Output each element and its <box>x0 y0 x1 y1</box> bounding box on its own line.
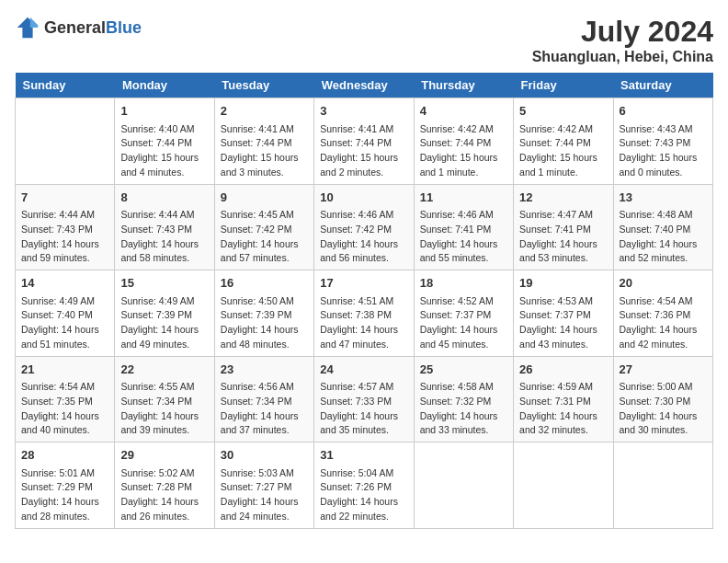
calendar-cell: 3Sunrise: 4:41 AMSunset: 7:44 PMDaylight… <box>314 98 414 185</box>
weekday-header: Monday <box>115 73 214 98</box>
calendar-cell: 14Sunrise: 4:49 AMSunset: 7:40 PMDayligh… <box>16 270 115 357</box>
day-info: Sunrise: 4:47 AMSunset: 7:41 PMDaylight:… <box>519 208 607 266</box>
day-info: Sunrise: 4:41 AMSunset: 7:44 PMDaylight:… <box>221 122 308 180</box>
calendar-cell <box>514 442 613 529</box>
day-info: Sunrise: 4:40 AMSunset: 7:44 PMDaylight:… <box>120 122 208 180</box>
day-number: 31 <box>320 446 407 465</box>
day-info: Sunrise: 4:54 AMSunset: 7:35 PMDaylight:… <box>21 380 108 438</box>
page-header: GeneralBlue July 2024 Shuangluan, Hebei,… <box>15 15 713 65</box>
day-info: Sunrise: 4:53 AMSunset: 7:37 PMDaylight:… <box>519 294 607 352</box>
calendar-cell: 6Sunrise: 4:43 AMSunset: 7:43 PMDaylight… <box>613 98 712 185</box>
day-number: 11 <box>420 189 507 207</box>
day-number: 17 <box>320 274 407 293</box>
day-info: Sunrise: 4:48 AMSunset: 7:40 PMDaylight:… <box>620 208 707 266</box>
day-number: 30 <box>221 446 308 465</box>
day-info: Sunrise: 4:49 AMSunset: 7:39 PMDaylight:… <box>120 294 208 352</box>
calendar-week-row: 21Sunrise: 4:54 AMSunset: 7:35 PMDayligh… <box>16 356 713 442</box>
day-number: 4 <box>420 102 507 121</box>
calendar-cell: 1Sunrise: 4:40 AMSunset: 7:44 PMDaylight… <box>115 98 214 185</box>
calendar-cell: 29Sunrise: 5:02 AMSunset: 7:28 PMDayligh… <box>115 442 214 529</box>
day-info: Sunrise: 4:41 AMSunset: 7:44 PMDaylight:… <box>320 122 407 180</box>
calendar-cell: 19Sunrise: 4:53 AMSunset: 7:37 PMDayligh… <box>514 270 613 357</box>
calendar-cell: 7Sunrise: 4:44 AMSunset: 7:43 PMDaylight… <box>16 184 115 270</box>
day-number: 16 <box>221 274 308 293</box>
day-number: 13 <box>620 189 707 207</box>
calendar-cell: 25Sunrise: 4:58 AMSunset: 7:32 PMDayligh… <box>414 356 513 442</box>
location-subtitle: Shuangluan, Hebei, China <box>532 49 713 65</box>
weekday-header: Thursday <box>414 73 513 98</box>
day-info: Sunrise: 5:03 AMSunset: 7:27 PMDaylight:… <box>221 466 308 524</box>
calendar-week-row: 1Sunrise: 4:40 AMSunset: 7:44 PMDaylight… <box>16 98 713 185</box>
day-info: Sunrise: 5:01 AMSunset: 7:29 PMDaylight:… <box>21 466 108 524</box>
day-info: Sunrise: 4:59 AMSunset: 7:31 PMDaylight:… <box>519 380 607 438</box>
calendar-cell: 24Sunrise: 4:57 AMSunset: 7:33 PMDayligh… <box>314 356 414 442</box>
day-info: Sunrise: 5:04 AMSunset: 7:26 PMDaylight:… <box>320 466 407 524</box>
calendar-cell: 17Sunrise: 4:51 AMSunset: 7:38 PMDayligh… <box>314 270 414 357</box>
weekday-header: Friday <box>514 73 613 98</box>
day-number: 14 <box>21 274 108 293</box>
day-number: 29 <box>120 446 208 465</box>
weekday-header: Sunday <box>16 73 115 98</box>
calendar-cell: 18Sunrise: 4:52 AMSunset: 7:37 PMDayligh… <box>414 270 513 357</box>
day-number: 25 <box>420 361 507 379</box>
day-number: 7 <box>21 189 108 207</box>
day-number: 5 <box>519 102 607 121</box>
calendar-cell <box>414 442 513 529</box>
day-number: 8 <box>120 189 208 207</box>
calendar-cell: 11Sunrise: 4:46 AMSunset: 7:41 PMDayligh… <box>414 184 513 270</box>
title-block: July 2024 Shuangluan, Hebei, China <box>532 15 713 65</box>
day-info: Sunrise: 4:46 AMSunset: 7:42 PMDaylight:… <box>320 208 407 266</box>
day-info: Sunrise: 4:54 AMSunset: 7:36 PMDaylight:… <box>620 294 707 352</box>
calendar-cell: 30Sunrise: 5:03 AMSunset: 7:27 PMDayligh… <box>214 442 313 529</box>
day-number: 18 <box>420 274 507 293</box>
weekday-header: Wednesday <box>314 73 414 98</box>
day-number: 3 <box>320 102 407 121</box>
logo-general-text: General <box>44 18 106 37</box>
day-info: Sunrise: 4:44 AMSunset: 7:43 PMDaylight:… <box>21 208 108 266</box>
calendar-cell: 16Sunrise: 4:50 AMSunset: 7:39 PMDayligh… <box>214 270 313 357</box>
day-number: 1 <box>120 102 208 121</box>
calendar-cell: 22Sunrise: 4:55 AMSunset: 7:34 PMDayligh… <box>115 356 214 442</box>
day-info: Sunrise: 4:44 AMSunset: 7:43 PMDaylight:… <box>120 208 208 266</box>
calendar-cell: 26Sunrise: 4:59 AMSunset: 7:31 PMDayligh… <box>514 356 613 442</box>
calendar-week-row: 28Sunrise: 5:01 AMSunset: 7:29 PMDayligh… <box>16 442 713 529</box>
weekday-header: Saturday <box>613 73 712 98</box>
weekday-header: Tuesday <box>214 73 313 98</box>
day-number: 23 <box>221 361 308 379</box>
day-info: Sunrise: 4:42 AMSunset: 7:44 PMDaylight:… <box>420 122 507 180</box>
calendar-cell: 5Sunrise: 4:42 AMSunset: 7:44 PMDaylight… <box>514 98 613 185</box>
calendar-cell: 20Sunrise: 4:54 AMSunset: 7:36 PMDayligh… <box>613 270 712 357</box>
month-year-title: July 2024 <box>532 15 713 49</box>
day-info: Sunrise: 4:42 AMSunset: 7:44 PMDaylight:… <box>519 122 607 180</box>
day-number: 9 <box>221 189 308 207</box>
day-info: Sunrise: 4:46 AMSunset: 7:41 PMDaylight:… <box>420 208 507 266</box>
calendar-cell <box>613 442 712 529</box>
day-info: Sunrise: 5:02 AMSunset: 7:28 PMDaylight:… <box>120 466 208 524</box>
day-number: 22 <box>120 361 208 379</box>
day-number: 24 <box>320 361 407 379</box>
day-number: 10 <box>320 189 407 207</box>
day-info: Sunrise: 5:00 AMSunset: 7:30 PMDaylight:… <box>620 380 707 438</box>
calendar-cell <box>16 98 115 185</box>
day-info: Sunrise: 4:49 AMSunset: 7:40 PMDaylight:… <box>21 294 108 352</box>
calendar-cell: 27Sunrise: 5:00 AMSunset: 7:30 PMDayligh… <box>613 356 712 442</box>
day-number: 26 <box>519 361 607 379</box>
calendar-cell: 10Sunrise: 4:46 AMSunset: 7:42 PMDayligh… <box>314 184 414 270</box>
calendar-cell: 13Sunrise: 4:48 AMSunset: 7:40 PMDayligh… <box>613 184 712 270</box>
calendar-week-row: 14Sunrise: 4:49 AMSunset: 7:40 PMDayligh… <box>16 270 713 357</box>
logo-icon <box>15 15 40 40</box>
day-number: 2 <box>221 102 308 121</box>
calendar-table: SundayMondayTuesdayWednesdayThursdayFrid… <box>15 73 713 529</box>
logo: GeneralBlue <box>15 15 142 40</box>
day-info: Sunrise: 4:52 AMSunset: 7:37 PMDaylight:… <box>420 294 507 352</box>
day-info: Sunrise: 4:58 AMSunset: 7:32 PMDaylight:… <box>420 380 507 438</box>
calendar-header-row: SundayMondayTuesdayWednesdayThursdayFrid… <box>16 73 713 98</box>
day-info: Sunrise: 4:51 AMSunset: 7:38 PMDaylight:… <box>320 294 407 352</box>
calendar-cell: 31Sunrise: 5:04 AMSunset: 7:26 PMDayligh… <box>314 442 414 529</box>
calendar-cell: 23Sunrise: 4:56 AMSunset: 7:34 PMDayligh… <box>214 356 313 442</box>
day-number: 20 <box>620 274 707 293</box>
day-number: 19 <box>519 274 607 293</box>
day-number: 6 <box>620 102 707 121</box>
day-info: Sunrise: 4:55 AMSunset: 7:34 PMDaylight:… <box>120 380 208 438</box>
calendar-week-row: 7Sunrise: 4:44 AMSunset: 7:43 PMDaylight… <box>16 184 713 270</box>
